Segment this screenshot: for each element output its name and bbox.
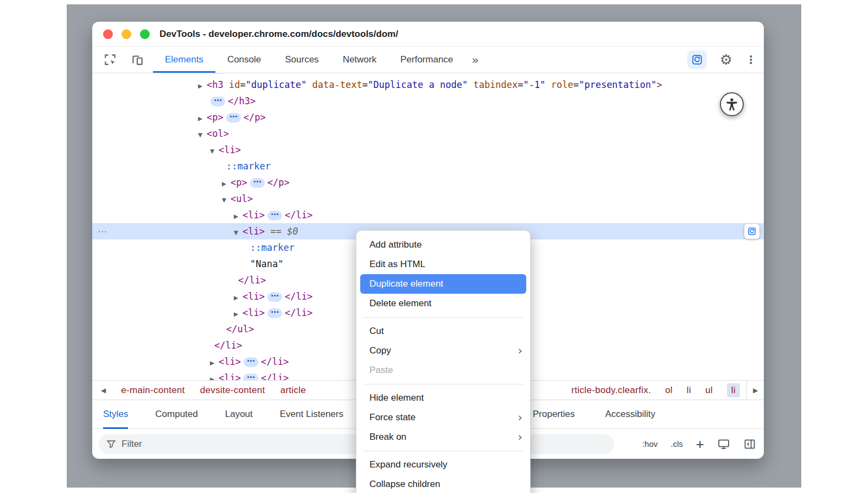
focus-page-icon[interactable] (687, 50, 707, 69)
tab-accessibility[interactable]: Accessibility (605, 400, 655, 429)
style-editor-icon[interactable] (717, 438, 730, 451)
tab-elements[interactable]: Elements (153, 47, 215, 73)
scroll-into-view-badge-icon[interactable] (744, 224, 760, 239)
tree-row[interactable]: ::marker (92, 158, 764, 174)
code-token: <li> (219, 356, 241, 367)
tab-event-listeners[interactable]: Event Listeners (280, 400, 343, 429)
code-token: <li> (242, 307, 265, 318)
chevron-right-icon[interactable]: ▶ (234, 306, 242, 322)
close-window-button[interactable] (103, 29, 113, 39)
tree-row[interactable]: ▼<ol> (92, 125, 764, 142)
tab-network[interactable]: Network (331, 47, 388, 73)
tab-computed[interactable]: Computed (155, 400, 197, 429)
tab-properties[interactable]: Properties (533, 400, 575, 429)
breadcrumb-item-li[interactable]: li (687, 385, 691, 396)
tab-layout[interactable]: Layout (225, 400, 253, 429)
breadcrumb-scroll-left-icon[interactable]: ◀ (101, 387, 106, 394)
tree-row[interactable]: ⋯</h3> (92, 93, 764, 109)
tree-row[interactable]: ▶<h3 id="duplicate" data-text="Duplicate… (92, 77, 764, 93)
code-token: "-1" (524, 79, 546, 90)
menu-item-edit-as-html[interactable]: Edit as HTML (356, 255, 530, 274)
chevron-right-icon[interactable]: ▶ (222, 175, 231, 192)
menu-item-expand-recursively[interactable]: Expand recursively (356, 455, 530, 475)
code-token: <li> (242, 210, 265, 220)
breadcrumb-item-ol[interactable]: ol (665, 385, 673, 396)
title-bar: DevTools - developer.chrome.com/docs/dev… (92, 22, 764, 47)
menu-item-hide-element[interactable]: Hide element (356, 388, 530, 408)
breadcrumb-scroll-right-icon[interactable]: ▶ (746, 381, 764, 400)
inline-expand-icon[interactable]: ⋯ (244, 374, 258, 380)
breadcrumb-item-li-selected[interactable]: li (727, 383, 740, 397)
inline-expand-icon[interactable]: ⋯ (210, 73, 225, 74)
code-token: data-text (312, 79, 362, 90)
breadcrumb-item-e-main-content[interactable]: e-main-content (121, 385, 185, 396)
breadcrumb-right: rticle-body.clearfix.olliulli (571, 383, 740, 397)
breadcrumb-item-rticle-body-clearfix-[interactable]: rticle-body.clearfix. (571, 385, 651, 396)
minimize-window-button[interactable] (122, 29, 131, 39)
menu-item-collapse-children[interactable]: Collapse children (356, 475, 530, 493)
tree-row[interactable]: ▶<li>⋯</li> (92, 207, 764, 223)
tree-row[interactable]: ▼<ul> (92, 191, 764, 207)
tree-row[interactable]: ▼<li> (92, 142, 764, 158)
code-token: </ul> (226, 324, 254, 334)
chevron-down-icon[interactable]: ▼ (234, 224, 242, 241)
chevron-down-icon[interactable]: ▼ (210, 143, 219, 159)
inline-expand-icon[interactable]: ⋯ (267, 211, 282, 220)
chevron-right-icon[interactable]: ▶ (198, 78, 207, 94)
devtools-toolbar: ElementsConsoleSourcesNetworkPerformance… (92, 47, 764, 73)
chevron-right-icon[interactable]: ▶ (210, 355, 219, 371)
chevron-down-icon[interactable]: ▼ (222, 192, 231, 208)
code-token: </p> (244, 112, 266, 123)
inline-expand-icon[interactable]: ⋯ (250, 178, 265, 188)
menu-separator (363, 317, 524, 318)
chevron-right-icon[interactable]: ▶ (198, 110, 207, 127)
code-token: = (240, 79, 245, 90)
tab-performance[interactable]: Performance (388, 47, 465, 73)
tree-row[interactable]: ▶<p>⋯</p> (92, 174, 764, 191)
tab-console[interactable]: Console (215, 47, 273, 73)
chevron-right-icon[interactable]: ▶ (234, 208, 242, 224)
row-options-icon[interactable]: ⋯ (98, 223, 107, 239)
code-token: </p> (267, 177, 290, 188)
tree-row[interactable]: ▶<p>⋯</p> (92, 109, 764, 125)
panel-tabs: ElementsConsoleSourcesNetworkPerformance (153, 47, 465, 73)
menu-item-break-on[interactable]: Break on› (356, 427, 530, 447)
menu-item-delete-element[interactable]: Delete element (356, 294, 530, 313)
accessibility-overlay-button[interactable] (720, 92, 744, 116)
inline-expand-icon[interactable]: ⋯ (226, 113, 241, 123)
more-tabs-icon[interactable]: » (465, 47, 485, 73)
inline-expand-icon[interactable]: ⋯ (267, 308, 282, 318)
new-style-rule-button[interactable]: + (696, 437, 704, 451)
menu-item-cut[interactable]: Cut (356, 321, 530, 341)
zoom-window-button[interactable] (140, 29, 150, 39)
menu-item-duplicate-element[interactable]: Duplicate element (360, 274, 526, 294)
element-classes-button[interactable]: .cls (671, 439, 683, 448)
breadcrumb-item-article[interactable]: article (280, 385, 306, 396)
inline-expand-icon[interactable]: ⋯ (244, 357, 258, 367)
inspect-element-icon[interactable] (103, 53, 117, 67)
settings-gear-icon[interactable]: ⚙ (720, 53, 732, 67)
chevron-right-icon[interactable]: ▶ (234, 289, 242, 306)
tab-styles[interactable]: Styles (103, 400, 128, 429)
sidebar-toggle-icon[interactable] (743, 438, 756, 451)
window-title: DevTools - developer.chrome.com/docs/dev… (159, 29, 398, 40)
menu-item-add-attribute[interactable]: Add attribute (356, 235, 530, 255)
code-token: <ol> (207, 128, 229, 139)
menu-item-force-state[interactable]: Force state› (356, 408, 530, 427)
toggle-element-state-button[interactable]: :hov (642, 439, 658, 448)
code-token: tabindex (473, 79, 518, 90)
menu-item-copy[interactable]: Copy› (356, 341, 530, 361)
tab-sources[interactable]: Sources (273, 47, 330, 73)
kebab-menu-icon[interactable]: ⋮ (745, 54, 756, 65)
breadcrumb-item-devsite-content[interactable]: devsite-content (200, 385, 265, 396)
code-token: </li> (285, 307, 312, 318)
inline-expand-icon[interactable]: ⋯ (267, 292, 282, 302)
device-toolbar-icon[interactable] (130, 53, 144, 67)
inline-expand-icon[interactable]: ⋯ (210, 97, 225, 106)
toolbar-left-icons (92, 47, 153, 73)
breadcrumb-item-ul[interactable]: ul (705, 385, 713, 396)
chevron-right-icon[interactable]: ▶ (210, 371, 219, 380)
code-token: <p> (231, 177, 247, 188)
code-token (224, 79, 229, 90)
chevron-down-icon[interactable]: ▼ (198, 127, 207, 143)
